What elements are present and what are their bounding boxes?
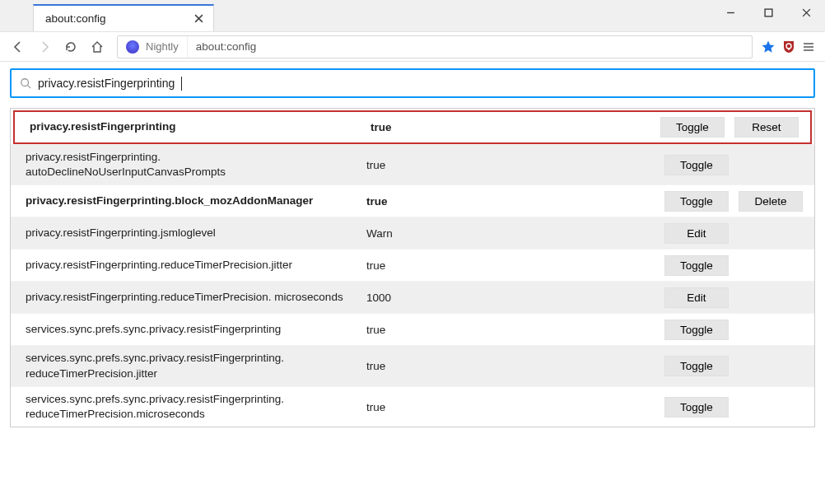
pref-name: privacy.resistFingerprinting.reduceTimer… <box>26 258 366 273</box>
pref-value: true <box>371 121 660 133</box>
pref-name: privacy.resistFingerprinting.reduceTimer… <box>26 290 366 305</box>
url-text: about:config <box>188 40 265 53</box>
pref-row: privacy.resistFingerprinting.reduceTimer… <box>11 281 814 313</box>
arrow-right-icon <box>38 40 51 54</box>
pref-value: 1000 <box>366 292 664 304</box>
svg-point-3 <box>21 79 29 86</box>
maximize-icon <box>764 8 773 17</box>
window-titlebar: about:config <box>0 0 825 32</box>
pref-actions: ToggleDelete <box>664 191 803 212</box>
pref-row: services.sync.prefs.sync.privacy.resistF… <box>11 386 814 427</box>
delete-button[interactable]: Delete <box>739 191 803 212</box>
pref-actions: Toggle <box>664 255 803 276</box>
forward-button[interactable] <box>33 35 56 58</box>
toggle-button[interactable]: Toggle <box>664 356 729 376</box>
pref-name: privacy.resistFingerprinting. autoDeclin… <box>26 150 366 180</box>
browser-toolbar: Nightly about:config <box>0 32 825 62</box>
toggle-button[interactable]: Toggle <box>664 155 729 175</box>
reload-button[interactable] <box>59 35 82 58</box>
pref-value: true <box>366 195 664 208</box>
toggle-button[interactable]: Toggle <box>664 397 729 418</box>
tab-title: about:config <box>45 12 106 25</box>
reload-icon <box>64 40 77 54</box>
pref-actions: Toggle <box>664 320 803 340</box>
window-maximize-button[interactable] <box>749 0 787 25</box>
pref-name: privacy.resistFingerprinting.jsmloglevel <box>26 226 366 240</box>
pref-value: true <box>366 360 664 372</box>
window-minimize-button[interactable] <box>711 0 749 25</box>
pref-row: services.sync.prefs.sync.privacy.resistF… <box>11 345 814 385</box>
hamburger-icon <box>802 40 815 54</box>
firefox-nightly-icon <box>126 40 139 54</box>
close-icon <box>802 8 811 17</box>
pref-value: true <box>366 324 664 336</box>
pref-list: privacy.resistFingerprintingtrueToggleRe… <box>10 108 815 427</box>
pref-value: true <box>366 259 664 272</box>
star-icon <box>761 40 776 54</box>
pref-row: services.sync.prefs.sync.privacy.resistF… <box>11 313 814 345</box>
pref-name: privacy.resistFingerprinting.block_mozAd… <box>26 194 366 208</box>
tab-close-button[interactable] <box>192 12 205 26</box>
toggle-button[interactable]: Toggle <box>660 117 725 138</box>
bookmark-star-button[interactable] <box>761 40 776 54</box>
pref-value: true <box>366 401 664 413</box>
pref-row: privacy.resistFingerprinting.block_mozAd… <box>11 184 814 217</box>
pref-row: privacy.resistFingerprinting.jsmloglevel… <box>11 217 814 249</box>
toggle-button[interactable]: Toggle <box>664 320 729 340</box>
search-value: privacy.resistFingerprinting <box>38 77 175 90</box>
pref-name: privacy.resistFingerprinting <box>30 119 371 134</box>
pref-row: privacy.resistFingerprinting.reduceTimer… <box>11 249 814 281</box>
search-icon <box>20 77 31 89</box>
pref-row: privacy.resistFingerprintingtrueToggleRe… <box>13 110 812 144</box>
pref-name: services.sync.prefs.sync.privacy.resistF… <box>26 351 366 380</box>
toggle-button[interactable]: Toggle <box>664 255 729 276</box>
edit-button[interactable]: Edit <box>664 287 729 308</box>
pref-row: privacy.resistFingerprinting. autoDeclin… <box>11 144 814 184</box>
pref-actions: Toggle <box>664 155 803 175</box>
identity-box[interactable]: Nightly <box>118 36 188 58</box>
ublock-button[interactable] <box>782 40 795 54</box>
app-menu-button[interactable] <box>802 40 815 54</box>
pref-actions: Toggle <box>664 356 803 376</box>
pref-actions: Edit <box>664 287 803 308</box>
close-icon <box>194 14 203 23</box>
minimize-icon <box>726 8 735 17</box>
svg-rect-0 <box>765 9 772 16</box>
pref-value: true <box>366 159 664 171</box>
reset-button[interactable]: Reset <box>734 117 799 138</box>
identity-label: Nightly <box>146 40 179 53</box>
pref-actions: ToggleReset <box>660 117 799 138</box>
window-close-button[interactable] <box>787 0 825 25</box>
pref-name: services.sync.prefs.sync.privacy.resistF… <box>26 392 366 422</box>
pref-actions: Toggle <box>664 397 803 418</box>
window-controls <box>711 0 825 25</box>
browser-tab[interactable]: about:config <box>33 4 214 31</box>
pref-name: services.sync.prefs.sync.privacy.resistF… <box>26 322 366 337</box>
back-button[interactable] <box>7 35 30 58</box>
pref-actions: Edit <box>664 223 803 244</box>
pref-search-box[interactable]: privacy.resistFingerprinting <box>10 68 815 98</box>
pref-value: Warn <box>366 227 664 240</box>
about-config-content: privacy.resistFingerprinting privacy.res… <box>0 62 825 434</box>
ublock-icon <box>782 40 795 54</box>
address-bar[interactable]: Nightly about:config <box>117 35 753 58</box>
toggle-button[interactable]: Toggle <box>664 191 729 212</box>
svg-rect-2 <box>788 48 789 50</box>
arrow-left-icon <box>12 40 25 54</box>
home-button[interactable] <box>86 35 109 58</box>
home-icon <box>91 40 104 54</box>
edit-button[interactable]: Edit <box>664 223 729 244</box>
